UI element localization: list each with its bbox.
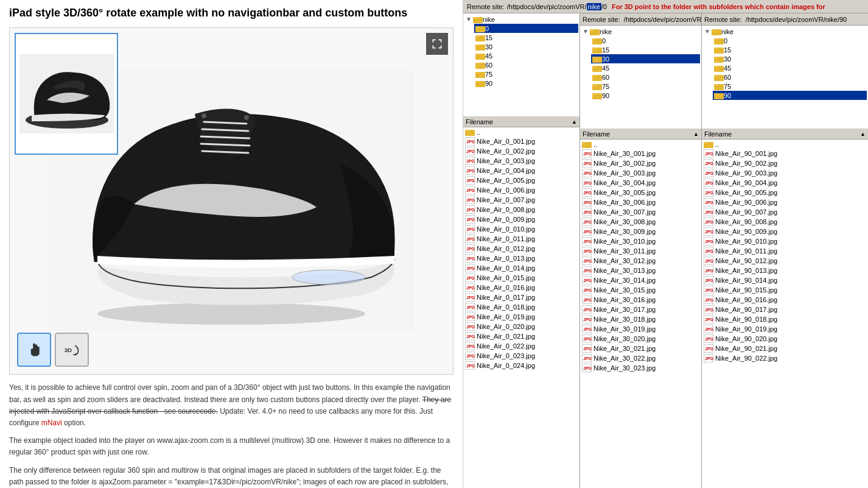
list-item[interactable]: JPG Nike_Air_0_005.jpg (463, 175, 579, 185)
col2-tree-15[interactable]: 15 (591, 45, 700, 54)
list-item[interactable]: JPG Nike_Air_0_010.jpg (463, 224, 579, 234)
list-item[interactable]: JPG Nike_Air_90_015.jpg (702, 285, 868, 295)
list-item[interactable]: JPG Nike_Air_90_013.jpg (702, 266, 868, 275)
list-item[interactable]: JPG Nike_Air_90_017.jpg (702, 305, 868, 314)
list-item[interactable]: JPG Nike_Air_30_008.jpg (580, 217, 701, 227)
list-item[interactable]: JPG Nike_Air_30_010.jpg (580, 236, 701, 246)
list-item[interactable]: JPG Nike_Air_30_021.jpg (580, 344, 701, 353)
list-item[interactable]: JPG Nike_Air_30_003.jpg (580, 168, 701, 178)
tree-item-30[interactable]: 30 (474, 42, 578, 51)
list-item[interactable]: JPG Nike_Air_0_013.jpg (463, 253, 579, 263)
list-item[interactable]: JPG Nike_Air_90_004.jpg (702, 178, 868, 188)
list-item[interactable]: JPG Nike_Air_30_013.jpg (580, 266, 701, 275)
col3-tree-root-nike[interactable]: ▼ nike (703, 27, 867, 36)
col2-tree-75[interactable]: 75 (591, 82, 700, 91)
list-item[interactable]: JPG Nike_Air_0_023.jpg (463, 351, 579, 361)
col1-sort-arrow[interactable]: ▲ (572, 119, 577, 125)
col2-tree-30-selected[interactable]: 30 (591, 54, 700, 63)
col2-tree-0[interactable]: 0 (591, 36, 700, 45)
col3-tree-30[interactable]: 30 (713, 54, 867, 63)
list-item[interactable]: JPG Nike_Air_90_006.jpg (702, 197, 868, 207)
tree-item-90[interactable]: 90 (474, 79, 578, 88)
list-item[interactable]: JPG Nike_Air_0_016.jpg (463, 283, 579, 292)
pan-button[interactable] (17, 333, 51, 367)
list-item[interactable]: JPG Nike_Air_0_018.jpg (463, 302, 579, 312)
list-item[interactable]: JPG Nike_Air_90_003.jpg (702, 168, 868, 178)
list-item[interactable]: JPG Nike_Air_0_017.jpg (463, 292, 579, 302)
list-item[interactable]: JPG Nike_Air_90_022.jpg (702, 353, 868, 363)
list-item[interactable]: JPG Nike_Air_0_014.jpg (463, 263, 579, 273)
list-item[interactable]: JPG Nike_Air_0_001.jpg (463, 136, 579, 146)
tree-item-0-selected[interactable]: 0 (474, 24, 578, 33)
list-item[interactable]: JPG Nike_Air_90_019.jpg (702, 324, 868, 334)
list-item[interactable]: .. (702, 140, 868, 149)
list-item[interactable]: JPG Nike_Air_30_023.jpg (580, 363, 701, 373)
list-item[interactable]: JPG Nike_Air_90_012.jpg (702, 256, 868, 266)
list-item[interactable]: JPG Nike_Air_0_009.jpg (463, 214, 579, 224)
list-item[interactable]: JPG Nike_Air_30_016.jpg (580, 295, 701, 305)
list-item[interactable]: JPG Nike_Air_90_005.jpg (702, 188, 868, 197)
tree-item-15[interactable]: 15 (474, 33, 578, 42)
thumbnail-strip[interactable] (15, 33, 118, 155)
list-item[interactable]: JPG Nike_Air_0_021.jpg (463, 331, 579, 341)
list-item[interactable]: JPG Nike_Air_0_007.jpg (463, 195, 579, 205)
list-item[interactable]: JPG Nike_Air_90_020.jpg (702, 334, 868, 344)
list-item[interactable]: JPG Nike_Air_90_021.jpg (702, 344, 868, 353)
list-item[interactable]: JPG Nike_Air_90_018.jpg (702, 314, 868, 324)
col2-tree-root-nike[interactable]: ▼ nike (581, 27, 700, 36)
col3-tree-75[interactable]: 75 (713, 82, 867, 91)
list-item[interactable]: JPG Nike_Air_30_006.jpg (580, 197, 701, 207)
list-item[interactable]: JPG Nike_Air_0_019.jpg (463, 312, 579, 322)
list-item[interactable]: JPG Nike_Air_0_011.jpg (463, 234, 579, 244)
list-item[interactable]: JPG Nike_Air_0_003.jpg (463, 156, 579, 166)
list-item[interactable]: JPG Nike_Air_90_008.jpg (702, 217, 868, 227)
list-item[interactable]: .. (580, 140, 701, 149)
list-item[interactable]: JPG Nike_Air_0_002.jpg (463, 146, 579, 156)
list-item[interactable]: JPG Nike_Air_30_020.jpg (580, 334, 701, 344)
list-item[interactable]: JPG Nike_Air_0_004.jpg (463, 166, 579, 175)
list-item[interactable]: JPG Nike_Air_30_005.jpg (580, 188, 701, 197)
tree-root-nike[interactable]: ▼ nike (464, 15, 578, 24)
col1-file-list[interactable]: .. JPG Nike_Air_0_001.jpg JPG Nike_Air_0… (463, 127, 579, 488)
list-item[interactable]: JPG Nike_Air_0_020.jpg (463, 322, 579, 331)
list-item[interactable]: JPG Nike_Air_90_009.jpg (702, 227, 868, 236)
list-item[interactable]: JPG Nike_Air_30_009.jpg (580, 227, 701, 236)
col2-file-list[interactable]: .. JPG Nike_Air_30_001.jpg JPG Nike_Air_… (580, 140, 701, 488)
list-item[interactable]: JPG Nike_Air_0_024.jpg (463, 361, 579, 370)
tree-item-45[interactable]: 45 (474, 51, 578, 60)
list-item[interactable]: JPG Nike_Air_30_019.jpg (580, 324, 701, 334)
list-item[interactable]: JPG Nike_Air_30_001.jpg (580, 149, 701, 158)
list-item[interactable]: JPG Nike_Air_30_018.jpg (580, 314, 701, 324)
col3-tree-90-selected[interactable]: 90 (713, 91, 867, 100)
list-item[interactable]: JPG Nike_Air_30_011.jpg (580, 246, 701, 256)
list-item[interactable]: JPG Nike_Air_30_014.jpg (580, 275, 701, 285)
list-item[interactable]: JPG Nike_Air_0_022.jpg (463, 341, 579, 351)
list-item[interactable]: JPG Nike_Air_30_002.jpg (580, 158, 701, 168)
col2-sort-arrow[interactable]: ▲ (693, 131, 699, 137)
col3-tree-0[interactable]: 0 (713, 36, 867, 45)
list-item[interactable]: JPG Nike_Air_90_010.jpg (702, 236, 868, 246)
list-item[interactable]: JPG Nike_Air_0_015.jpg (463, 273, 579, 283)
col3-tree-15[interactable]: 15 (713, 45, 867, 54)
fullscreen-button[interactable] (426, 33, 448, 55)
col3-sort-arrow[interactable]: ▲ (860, 131, 866, 137)
col3-tree-60[interactable]: 60 (713, 72, 867, 82)
list-item[interactable]: JPG Nike_Air_30_007.jpg (580, 207, 701, 217)
col2-tree-45[interactable]: 45 (591, 63, 700, 72)
rotate-3d-button[interactable]: 3D (55, 333, 89, 367)
list-item[interactable]: .. (463, 127, 579, 136)
list-item[interactable]: JPG Nike_Air_30_017.jpg (580, 305, 701, 314)
col3-file-list[interactable]: .. JPG Nike_Air_90_001.jpg JPG Nike_Air_… (702, 140, 868, 488)
col2-tree-60[interactable]: 60 (591, 72, 700, 82)
tree-item-75[interactable]: 75 (474, 69, 578, 79)
list-item[interactable]: JPG Nike_Air_30_015.jpg (580, 285, 701, 295)
list-item[interactable]: JPG Nike_Air_0_012.jpg (463, 244, 579, 253)
col2-tree-90[interactable]: 90 (591, 91, 700, 100)
list-item[interactable]: JPG Nike_Air_0_006.jpg (463, 185, 579, 195)
list-item[interactable]: JPG Nike_Air_0_008.jpg (463, 205, 579, 214)
list-item[interactable]: JPG Nike_Air_30_004.jpg (580, 178, 701, 188)
tree-item-60[interactable]: 60 (474, 60, 578, 69)
list-item[interactable]: JPG Nike_Air_90_016.jpg (702, 295, 868, 305)
list-item[interactable]: JPG Nike_Air_90_014.jpg (702, 275, 868, 285)
list-item[interactable]: JPG Nike_Air_30_012.jpg (580, 256, 701, 266)
